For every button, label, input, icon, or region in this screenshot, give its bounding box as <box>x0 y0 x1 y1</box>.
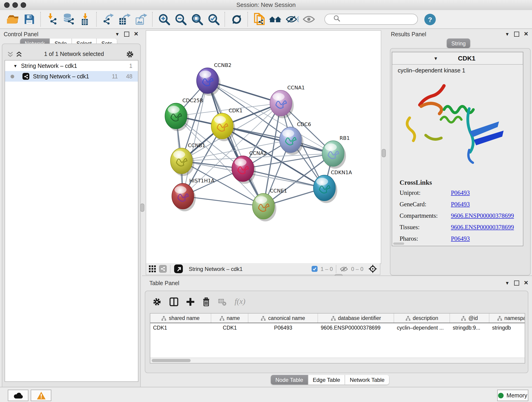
tab-node-table[interactable]: Node Table <box>271 375 308 385</box>
panel-menu-caret[interactable]: ▼ <box>505 32 510 36</box>
window-close-light[interactable] <box>4 2 10 8</box>
crosslink-label: Uniprot: <box>399 189 451 197</box>
cloud-status-button[interactable] <box>8 390 28 401</box>
hide-selected-button[interactable] <box>284 11 301 27</box>
crosslink-compartments[interactable]: 9606.ENSP00000378699 <box>451 212 514 220</box>
card-scrollbar-stub[interactable] <box>393 242 404 245</box>
collapse-all-chevron-icon[interactable] <box>7 51 13 57</box>
export-table-button[interactable] <box>116 11 133 27</box>
memory-button[interactable]: Memory <box>497 390 528 401</box>
import-network-button[interactable] <box>44 11 60 27</box>
network-node-CCNA1[interactable]: CCNA1 <box>270 85 305 118</box>
table-gear-icon[interactable] <box>152 297 161 306</box>
zoom-fit-button[interactable] <box>189 11 205 27</box>
network-node-RB1[interactable]: RB1 <box>322 135 350 169</box>
column-header-description[interactable]: description <box>394 313 450 323</box>
table-cell[interactable]: P06493 <box>248 323 318 332</box>
column-header-database-identifier[interactable]: database identifier <box>318 313 394 323</box>
network-node-HIST1H1A[interactable]: HIST1H1A <box>172 178 215 211</box>
panel-menu-caret[interactable]: ▼ <box>505 280 510 285</box>
column-header-canonical-name[interactable]: canonical name <box>248 313 318 323</box>
table-hscrollbar[interactable] <box>150 357 525 363</box>
screenshot-stage: Session: New Session <box>0 0 532 402</box>
warnings-button[interactable] <box>31 390 51 401</box>
zoom-in-button[interactable] <box>156 11 172 27</box>
network-view-icon[interactable] <box>159 265 167 273</box>
table-cell[interactable]: 9606.ENSP00000378699 <box>318 323 394 332</box>
export-image-button[interactable] <box>133 11 149 27</box>
window-minimize-light[interactable] <box>12 2 18 8</box>
tab-string[interactable]: String <box>447 38 470 48</box>
zoom-out-button[interactable] <box>172 11 189 27</box>
vertical-splitter-right[interactable] <box>382 149 386 157</box>
panel-menu-caret[interactable]: ▼ <box>115 32 120 36</box>
save-session-button[interactable] <box>21 11 38 27</box>
grid-view-icon[interactable] <box>149 265 156 272</box>
panel-close-button[interactable]: ✕ <box>524 280 528 286</box>
network-row-selected[interactable]: String Network – cdk1 11 48 <box>5 71 138 82</box>
main-toolbar: ? <box>0 10 532 29</box>
table-cell[interactable]: CDK1 <box>211 323 248 332</box>
gene-header[interactable]: ▼ CDK1 <box>392 52 523 65</box>
selected-node-edge-count: 1 – 0 <box>321 266 333 272</box>
network-node-CDKN1A[interactable]: CDKN1A <box>313 170 352 203</box>
panel-float-button[interactable] <box>124 32 129 36</box>
apply-layout-button[interactable] <box>228 11 245 27</box>
show-columns-icon[interactable] <box>170 297 178 306</box>
table-cell[interactable]: CDK1 <box>150 323 211 332</box>
import-table-button[interactable] <box>77 11 94 27</box>
panel-float-button[interactable] <box>514 32 519 36</box>
column-header-name[interactable]: name <box>211 313 248 323</box>
column-header-namespace[interactable]: namespace <box>489 313 525 323</box>
tab-edge-table[interactable]: Edge Table <box>308 375 345 385</box>
table-cell[interactable]: cyclin–dependent ... <box>394 323 450 332</box>
vertical-splitter-left[interactable] <box>140 204 144 212</box>
zoom-selected-icon <box>208 13 219 25</box>
string-network-graph[interactable]: CCNB2CCNA1CDC25BCDK1CDC6RB1CCNB1CCNA2CDK… <box>146 31 381 264</box>
zoom-selected-button[interactable] <box>205 11 222 27</box>
crosslink-genecard[interactable]: P06493 <box>451 201 470 208</box>
toolbar-separator <box>247 12 248 27</box>
network-node-count: 11 <box>112 73 118 80</box>
panel-close-button[interactable]: ✕ <box>134 31 138 37</box>
panel-float-button[interactable] <box>514 280 519 285</box>
crosslink-pharos[interactable]: P06493 <box>451 235 470 242</box>
help-button[interactable]: ? <box>424 13 436 25</box>
window-zoom-light[interactable] <box>21 2 26 8</box>
expand-all-chevron-icon[interactable] <box>16 51 22 57</box>
delete-column-trash-icon[interactable] <box>203 297 210 306</box>
edge-CCNB2-CCNE1[interactable] <box>208 81 264 206</box>
gear-icon[interactable] <box>126 50 134 58</box>
network-node-CCNB2[interactable]: CCNB2 <box>196 62 231 96</box>
table-hscrollbar-thumb[interactable] <box>152 359 191 362</box>
table-cell[interactable]: stringdb:9... <box>450 323 489 332</box>
table-data-row[interactable]: CDK1CDK1P064939606.ENSP00000378699cyclin… <box>150 323 525 332</box>
node-attribute-table[interactable]: shared namenamecanonical namedatabase id… <box>150 313 525 364</box>
table-panel: Table Panel ▼ ✕ f(x) shared namenamecano… <box>142 275 532 387</box>
separator <box>170 265 171 273</box>
birds-eye-view-button[interactable] <box>174 264 183 273</box>
crosshair-icon[interactable] <box>368 264 377 273</box>
network-node-CDC25B[interactable]: CDC25B <box>165 98 203 131</box>
table-cell[interactable]: stringdb <box>489 323 525 332</box>
tab-network-table[interactable]: Network Table <box>345 375 389 385</box>
crosslink-uniprot[interactable]: P06493 <box>451 189 470 197</box>
column-header-shared-name[interactable]: shared name <box>150 313 211 323</box>
panel-close-button[interactable]: ✕ <box>524 31 528 37</box>
export-network-button[interactable] <box>100 11 116 27</box>
tree-expander-icon[interactable]: ▼ <box>13 64 17 68</box>
column-header--id[interactable]: @id <box>450 313 489 323</box>
hierarchy-icon <box>219 316 224 321</box>
first-neighbors-button[interactable] <box>268 11 284 27</box>
add-column-icon[interactable] <box>186 298 194 306</box>
network-canvas[interactable]: CCNB2CCNA1CDC25BCDK1CDC6RB1CCNB1CCNA2CDK… <box>146 30 381 264</box>
crosslink-tissues[interactable]: 9606.ENSP00000378699 <box>451 224 514 231</box>
open-session-button[interactable] <box>5 11 21 27</box>
gene-collapse-caret[interactable]: ▼ <box>433 56 438 61</box>
network-collection-row[interactable]: ▼ String Network – cdk1 1 <box>5 61 138 71</box>
function-builder-icon: f(x) <box>234 297 245 306</box>
selected-checkbox[interactable] <box>311 266 317 272</box>
show-all-button[interactable] <box>301 11 317 27</box>
new-network-from-selection-button[interactable] <box>251 11 268 27</box>
import-network-from-database-button[interactable] <box>60 11 77 27</box>
